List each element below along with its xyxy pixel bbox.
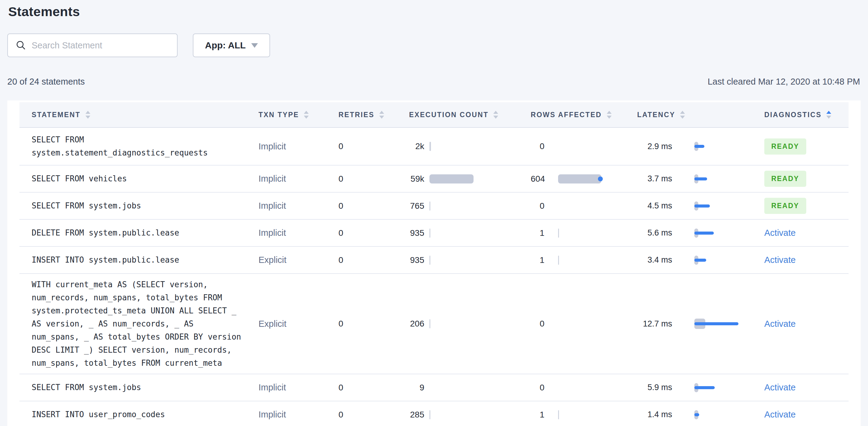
retries-value: 0 (339, 142, 343, 151)
statement-cell[interactable]: INSERT INTO user_promo_codes (20, 408, 258, 421)
statement-text[interactable]: INSERT INTO user_promo_codes (32, 408, 165, 421)
statement-text[interactable]: SELECT FROM system.jobs (32, 199, 141, 212)
column-header-statement[interactable]: STATEMENT (20, 111, 258, 119)
sort-arrows-icon (86, 111, 90, 119)
txn-type-cell: Implicit (258, 174, 336, 184)
activate-diagnostics-link[interactable]: Activate (764, 255, 796, 265)
txn-type-value: Explicit (258, 255, 286, 265)
retries-cell: 0 (336, 383, 409, 393)
latency-bar-fill (694, 413, 699, 416)
execution-count-cell: 935 (409, 228, 531, 238)
column-header-latency[interactable]: LATENCY (637, 111, 739, 119)
statement-text[interactable]: INSERT INTO system.public.lease (32, 253, 179, 267)
statement-text[interactable]: DELETE FROM system.public.lease (32, 226, 179, 240)
rows-affected-value: 0 (531, 319, 545, 329)
column-header-rows-affected[interactable]: ROWS AFFECTED (531, 111, 637, 119)
execution-count-value: 285 (409, 410, 424, 420)
sort-desc-icon (607, 116, 612, 119)
latency-cell: 1.4 ms (637, 409, 739, 421)
latency-bar (694, 200, 746, 212)
txn-type-value: Explicit (258, 319, 286, 329)
rows-affected-value: 1 (531, 410, 545, 420)
statement-cell[interactable]: DELETE FROM system.public.lease (20, 226, 258, 240)
latency-value: 5.6 ms (637, 228, 672, 238)
latency-value: 2.9 ms (637, 142, 672, 151)
activate-diagnostics-link[interactable]: Activate (764, 383, 796, 393)
execution-count-cell: 206 (409, 319, 531, 329)
column-header-txn-type[interactable]: TXN TYPE (258, 111, 336, 119)
latency-value: 3.7 ms (637, 174, 672, 183)
statement-cell[interactable]: SELECT FROM system.jobs (20, 199, 258, 212)
execution-count-value: 206 (409, 319, 424, 329)
execution-count-bar (429, 202, 430, 211)
statement-text[interactable]: SELECT FROM system.jobs (32, 381, 141, 394)
sort-asc-icon (304, 111, 309, 114)
txn-type-cell: Implicit (258, 383, 336, 393)
column-label: ROWS AFFECTED (531, 111, 602, 119)
latency-bar-fill (694, 322, 738, 325)
statement-cell[interactable]: WITH current_meta AS (SELECT version, nu… (20, 278, 258, 370)
column-header-retries[interactable]: RETRIES (336, 111, 409, 119)
rows-affected-cell: 0 (531, 142, 637, 151)
activate-diagnostics-link[interactable]: Activate (764, 319, 796, 329)
latency-cell: 12.7 ms (637, 318, 739, 330)
column-header-diagnostics[interactable]: DIAGNOSTICS (739, 111, 848, 119)
latency-value: 12.7 ms (637, 319, 672, 329)
execution-count-cell: 935 (409, 255, 531, 265)
search-statement-box[interactable] (7, 33, 178, 57)
table-row: SELECT FROM system.jobsImplicit0905.9 ms… (20, 374, 848, 401)
rows-affected-cell: 604 (531, 174, 637, 184)
rows-affected-value: 604 (531, 174, 545, 184)
txn-type-value: Implicit (258, 409, 286, 420)
sort-desc-icon (379, 116, 384, 119)
execution-count-bar-fill (429, 174, 473, 183)
rows-affected-bar (558, 229, 559, 238)
rows-affected-cell: 0 (531, 383, 637, 393)
latency-bar-fill (694, 258, 706, 262)
sort-arrows-icon (493, 111, 498, 119)
latency-cell: 5.6 ms (637, 227, 739, 239)
sort-arrows-icon (304, 111, 309, 119)
statement-cell[interactable]: SELECT FROM system.jobs (20, 381, 258, 394)
statement-cell[interactable]: SELECT FROM vehicles (20, 172, 258, 185)
rows-affected-cell: 0 (531, 319, 637, 329)
sort-desc-icon (493, 116, 498, 119)
search-input[interactable] (31, 40, 172, 51)
sort-arrows-icon (826, 111, 831, 119)
txn-type-value: Implicit (258, 174, 286, 184)
latency-cell: 4.5 ms (637, 200, 739, 212)
app-filter-dropdown[interactable]: App: ALL (193, 33, 270, 57)
table-row: SELECT FROM vehiclesImplicit059k6043.7 m… (20, 165, 848, 193)
execution-count-cell: 2k (409, 142, 531, 151)
statement-cell[interactable]: SELECT FROM system.statement_diagnostics… (20, 133, 258, 159)
execution-count-bar-fill (429, 202, 430, 211)
column-header-execution-count[interactable]: EXECUTION COUNT (409, 111, 531, 119)
activate-diagnostics-link[interactable]: Activate (764, 409, 796, 420)
latency-cell: 3.4 ms (637, 254, 739, 266)
rows-affected-bar (558, 410, 559, 419)
sort-asc-icon (826, 111, 831, 114)
page-title: Statements (8, 4, 868, 19)
latency-bar (694, 173, 746, 185)
txn-type-cell: Explicit (258, 255, 336, 265)
statement-text[interactable]: WITH current_meta AS (SELECT version, nu… (32, 278, 241, 370)
statement-text[interactable]: SELECT FROM vehicles (32, 172, 127, 185)
last-cleared-text: Last cleared Mar 12, 2020 at 10:48 PM (708, 77, 860, 87)
retries-value: 0 (339, 410, 343, 420)
table-row: WITH current_meta AS (SELECT version, nu… (20, 274, 848, 374)
rows-affected-bar (558, 255, 559, 265)
rows-affected-value: 0 (531, 383, 545, 393)
execution-count-value: 9 (409, 383, 424, 393)
latency-bar-fill (694, 386, 715, 389)
statement-cell[interactable]: INSERT INTO system.public.lease (20, 253, 258, 267)
diagnostics-cell: READY (739, 171, 848, 187)
txn-type-cell: Implicit (258, 142, 336, 152)
retries-value: 0 (339, 255, 343, 265)
rows-affected-mean-dot (598, 177, 603, 181)
retries-cell: 0 (336, 201, 409, 211)
retries-value: 0 (339, 174, 343, 184)
activate-diagnostics-link[interactable]: Activate (764, 228, 796, 238)
txn-type-value: Implicit (258, 142, 286, 152)
retries-value: 0 (339, 383, 343, 393)
statement-text[interactable]: SELECT FROM system.statement_diagnostics… (32, 133, 208, 159)
